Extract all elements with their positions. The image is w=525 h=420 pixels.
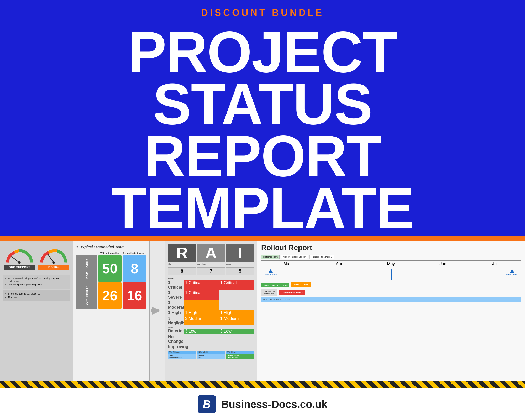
rai-date-cell: Date 27 October 2012 (168, 354, 196, 359)
rai-severe-label: 1 Severe (168, 290, 184, 300)
rai-neg-i: 1 Medium (219, 316, 254, 326)
rai-moderate-i (219, 300, 254, 310)
priority-title: 1. Typical Overloaded Team (76, 245, 146, 249)
bullet-item: Stakeholders in [department] are making … (8, 277, 68, 282)
kpi-check-marker: KPI CHECK #1 (506, 269, 518, 280)
rai-severe-i (219, 290, 254, 300)
rai-row-negligible: 3 Negligible 3 Medium 1 Medium (168, 316, 254, 326)
high-priority-label: HIGH PRIORITY (76, 255, 97, 282)
timeline-markers: FIRST REPORT KPI CHECK #1 (261, 269, 521, 280)
rai-status-row: 25% Mitigated 14% Upheld 20% Closed (168, 351, 254, 354)
cell-26: 26 (98, 282, 122, 309)
rollout-title: Rollout Report (261, 244, 521, 252)
rai-i-sub: ssues (226, 263, 254, 265)
main-title: PROJECT STATUS REPORT TEMPLATE (21, 26, 504, 234)
rai-status-cell: Overall Status RECOVERING (226, 354, 254, 359)
rai-high-i: 1 High (219, 310, 254, 316)
rai-panel: R A I isks ssumptions ssues 8 7 5 (165, 241, 257, 381)
rai-det-label: Deteriorating (168, 329, 184, 334)
rai-moderate-label: 1 Moderate (168, 300, 184, 310)
rai-det-a: 3 Low (184, 329, 219, 334)
gauge-label-org: ORG SUPPORT (4, 265, 35, 270)
transfer-support-label: TRANSFER SUPPORT (261, 289, 277, 296)
rai-imp-a (184, 344, 219, 349)
rai-r-block: R (168, 244, 196, 262)
rai-row-moderate: 1 Moderate (168, 300, 254, 310)
rai-version-cell: Version 1.00 (197, 354, 225, 359)
rai-upheld: 14% Upheld (197, 351, 225, 354)
rai-row-severe: 1 Severe 1 Critical (168, 290, 254, 300)
rai-version-val: 1.00 (198, 357, 224, 359)
footer-brand-name: Business-Docs.co.uk (221, 398, 328, 410)
rai-numbers: 8 7 5 (168, 267, 254, 275)
rai-moderate-a (184, 300, 219, 310)
bullet-section-1: Stakeholders in [department] are making … (3, 275, 70, 289)
bullet-list-1: Stakeholders in [department] are making … (5, 277, 68, 286)
col-header-2: 6 months to 2 years (122, 252, 146, 254)
kickoff-bubble: Kick-off Transfer Support (281, 255, 308, 259)
new-product-bar: NEW PRODUCT TRAINING/... (261, 297, 521, 302)
svg-rect-6 (151, 309, 159, 312)
rai-i-block: I (226, 244, 254, 262)
rai-header: R A I (168, 244, 254, 262)
rai-imp-i (219, 344, 254, 349)
gauge-block-org: ... ORG SUPPORT (4, 246, 35, 271)
priority-matrix-panel: 1. Typical Overloaded Team Within 6 mont… (74, 241, 150, 381)
priority-spacer (76, 252, 97, 254)
hero-section: DISCOUNT BUNDLE PROJECT STATUS REPORT TE… (0, 0, 525, 236)
rai-r-count: 8 (168, 267, 196, 275)
transfer-support-row: TRANSFER SUPPORT TEAM FORMATION (261, 289, 521, 296)
prototype-label: Prototype Team (261, 255, 280, 259)
priority-headers: Within 6 months 6 months to 2 years (76, 252, 146, 254)
rai-trend-label: Trend (168, 326, 254, 328)
preview-strip: ... ORG SUPPORT (0, 241, 525, 381)
rai-critical-i: 1 Critical (219, 280, 254, 290)
rai-overall-label: Overall Status (227, 355, 253, 357)
rai-row-critical: 1 Critical 1 Critical 1 Critical (168, 280, 254, 290)
dashboard-left-panel: ... ORG SUPPORT (0, 241, 74, 381)
rai-a-sub: ssumptions (197, 263, 225, 265)
rai-imp-label: Improving (168, 344, 184, 349)
rai-overall-val: RECOVERING (227, 357, 253, 359)
rollout-panel: Rollout Report Prototype Team Kick-off T… (257, 241, 525, 381)
month-headers: Mar Apr May Jun Jul (261, 260, 521, 267)
bullet-item: 5 new ic... testing a... present... (8, 292, 68, 295)
spin-up-row: SPIN UP PROTOTYPE TEAM PROTOTYPE (261, 282, 521, 287)
gauge-label-proto: PROTO... (38, 265, 69, 270)
bullet-list-2: 5 new ic... testing a... present... 10 i… (5, 292, 68, 298)
rai-critical-a: 1 Critical (184, 280, 219, 290)
rai-closed: 20% Closed (226, 351, 254, 354)
rai-neg-label: 3 Negligible (168, 316, 184, 326)
rai-row-det: Deteriorating 3 Low 3 Low (168, 329, 254, 334)
rai-row-improving: Improving (168, 344, 254, 349)
arrow-right (150, 241, 165, 381)
title-line2: REPORT TEMPLATE (21, 130, 504, 234)
rai-a-count: 7 (197, 267, 225, 275)
cell-16: 16 (123, 282, 146, 309)
team-formation-button: TEAM FORMATION (279, 290, 305, 295)
rai-severe-a: 1 Critical (184, 290, 219, 300)
svg-line-0 (12, 257, 19, 263)
rai-date-row: Date 27 October 2012 Version 1.00 Overal… (168, 354, 254, 359)
col-header-1: Within 6 months (97, 252, 122, 254)
footer-logo: B (198, 395, 216, 413)
svg-text:...: ... (19, 260, 20, 262)
rai-critical-label: 1 Critical (168, 280, 184, 290)
transfer-bubble: Transfer Pro... Place... (309, 255, 334, 259)
rai-row-nochange: No Change (168, 334, 254, 344)
month-may: May (365, 261, 417, 267)
hazard-stripe (0, 381, 525, 388)
rai-high-a: 1 High (184, 310, 219, 316)
rai-nc-a (184, 334, 219, 344)
gauge-container: ... ORG SUPPORT (4, 246, 69, 271)
month-mar: Mar (261, 261, 313, 267)
bullet-item: Leadership must promote project. (8, 283, 68, 286)
rai-mitigated: 25% Mitigated (168, 351, 196, 354)
gauge-proto (39, 246, 68, 265)
rai-i-count: 5 (226, 267, 254, 275)
footer-logo-letter: B (203, 398, 211, 411)
rai-a-block: A (197, 244, 225, 262)
month-apr: Apr (313, 261, 365, 267)
title-line1: PROJECT STATUS (21, 26, 504, 130)
low-priority-label: LOW PRIORITY (76, 282, 97, 309)
